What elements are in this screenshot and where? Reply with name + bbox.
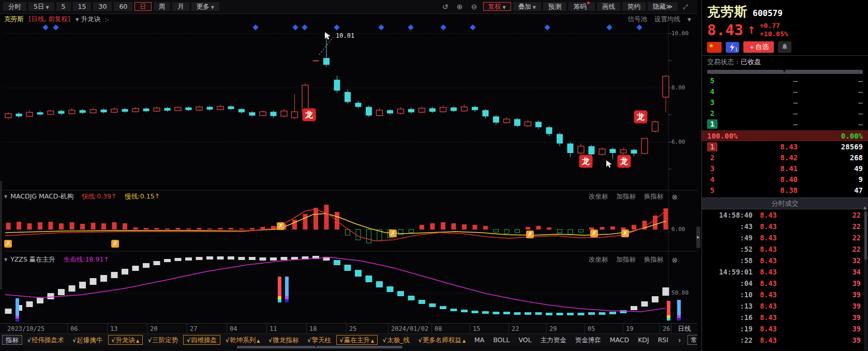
period-label: 日线 xyxy=(671,324,697,334)
flash-order-icon[interactable]: 1 xyxy=(726,42,739,53)
indicator-tab-资金博弈[interactable]: 资金博弈 xyxy=(572,335,605,345)
buy-ratio: 100.00% xyxy=(707,132,738,140)
macd-signal-marker: ✗ xyxy=(389,230,397,237)
time-sales-title: 分时成交 xyxy=(702,197,868,209)
trade-row: :528.4322 xyxy=(702,243,868,255)
peak-price-annotation: 10.01 xyxy=(336,32,354,39)
buy-level-row[interactable]: 48.409 xyxy=(702,174,868,185)
macd-signal-marker: ✗ xyxy=(4,240,12,248)
add-watchlist-button[interactable]: ＋自选 xyxy=(743,41,774,53)
collapse-triangle-icon[interactable]: ▼ xyxy=(4,257,7,262)
dragon-signal-badge: 龙 xyxy=(634,111,647,123)
macd-pane-header: ▼ MACDJG MACD-机构 快线:0.39↑ 慢线:0.15↑ xyxy=(4,192,160,201)
dragon-signal-badge: 龙 xyxy=(303,109,316,121)
date-axis: 2023/10/2506132027041118252024/01/020815… xyxy=(0,323,697,333)
change-coord-button[interactable]: 改坐标 xyxy=(589,192,608,201)
indicator-tab-指标[interactable]: 指标 xyxy=(2,335,22,345)
indicator-tab-常用[interactable]: 常用 xyxy=(687,335,697,345)
orderbook-scrollbar[interactable] xyxy=(707,70,863,74)
date-axis-label: 2023/10/25 xyxy=(7,325,44,332)
macd-axis-label: 0.00 xyxy=(671,226,685,233)
date-axis-label: 06 xyxy=(70,325,78,332)
dragon-signal-badge: 龙 xyxy=(579,155,592,167)
buy-level-row[interactable]: 38.4149 xyxy=(702,163,868,174)
sell-level-row[interactable]: 4—— xyxy=(702,86,868,97)
buy-level-row[interactable]: 28.42268 xyxy=(702,152,868,163)
add-indicator-button[interactable]: 加指标 xyxy=(617,192,636,201)
switch-indicator-button[interactable]: 换指标 xyxy=(644,192,664,201)
close-pane-icon[interactable]: ⊗ xyxy=(672,193,678,201)
quote-panel: 克劳斯 600579 8.43 ↑ +0.77 +10.05% ★ 1 ＋自选 … xyxy=(701,0,868,351)
last-price: 8.43 xyxy=(707,21,743,39)
trade-row: 14:59:018.4334 xyxy=(702,266,868,278)
date-axis-label: 15 xyxy=(473,325,480,332)
date-axis-label: 29 xyxy=(549,325,557,332)
dragon-signal-badge: 龙 xyxy=(618,155,631,167)
horizontal-scrollbar[interactable] xyxy=(237,346,402,348)
date-axis-label: 26 xyxy=(663,325,670,332)
date-axis-label: 18 xyxy=(309,325,317,332)
sell-level-row[interactable]: 5—— xyxy=(702,75,868,86)
indicator-tab-赢在主升[interactable]: √赢在主升▲ xyxy=(336,335,378,345)
trading-terminal: 分时5日▼5153060日周月更多▼ ↺ ⊕ ⊖ 复权▼叠加▼预测筹码画线简约隐… xyxy=(0,0,868,351)
date-axis-label: 22 xyxy=(512,325,519,332)
date-axis-label: 19 xyxy=(626,325,633,332)
indicator-tab-乾坤系列[interactable]: √乾坤系列▲ xyxy=(222,335,263,345)
alert-bell-icon[interactable] xyxy=(778,41,791,53)
indicator-tab-微龙指标[interactable]: √微龙指标 xyxy=(265,335,302,345)
price-up-arrow-icon: ↑ xyxy=(747,24,756,36)
trading-status: 交易状态：已收盘 xyxy=(702,55,868,68)
collapse-triangle-icon[interactable]: ▼ xyxy=(4,194,7,199)
trade-row: :108.4339 xyxy=(702,289,868,300)
trade-row: :498.4322 xyxy=(702,232,868,243)
indicator-tab-KDJ[interactable]: KDJ xyxy=(634,335,653,345)
trade-row: :168.4339 xyxy=(702,312,868,323)
change-coord-button[interactable]: 改坐标 xyxy=(589,255,608,264)
close-pane-icon[interactable]: ⊗ xyxy=(672,256,678,264)
trade-row: :438.4322 xyxy=(702,221,868,232)
price-axis-label: 6.00 xyxy=(671,139,685,145)
price-change-pct: +10.05% xyxy=(760,30,788,38)
panel-collapse-handle[interactable]: ▶ xyxy=(696,226,700,248)
chart-area[interactable]: 10.008.006.000.0050.00 ▼ MACDJG MACD-机构 … xyxy=(0,0,697,351)
add-indicator-button[interactable]: 加指标 xyxy=(617,255,636,264)
yzzs-pane-header: ▼ YZZS 赢在主升 生命线:18.91↑ xyxy=(4,255,109,264)
date-axis-label: 25 xyxy=(349,325,356,332)
indicator-tab-BOLL[interactable]: BOLL xyxy=(489,335,513,345)
sell-level-row[interactable]: 3—— xyxy=(702,97,868,108)
indicator-tab-RSI[interactable]: RSI xyxy=(654,335,672,345)
trades-scrollbar[interactable]: ▲ xyxy=(864,209,867,350)
indicator-tab-四维操盘[interactable]: √四维操盘 xyxy=(183,335,220,345)
indicator-tab-MACD[interactable]: MACD xyxy=(606,335,633,345)
price-axis-label: 8.00 xyxy=(671,84,685,91)
indicator-tab-三阶定势[interactable]: √三阶定势 xyxy=(144,335,182,345)
sell-level-row[interactable]: 1—— xyxy=(702,118,868,129)
price-axis-label: 10.00 xyxy=(671,30,689,37)
macd-signal-marker: ✗ xyxy=(111,240,119,248)
indicator-tab-›[interactable]: › xyxy=(674,335,686,345)
trade-row: :138.4339 xyxy=(702,300,868,312)
cn-flag-icon: ★ xyxy=(707,42,722,53)
indicator-tab-主力资金[interactable]: 主力资金 xyxy=(537,335,570,345)
indicator-tab-经伟操盘术[interactable]: √经伟操盘术 xyxy=(24,335,68,345)
macd-signal-marker: ✗ xyxy=(277,222,285,230)
indicator-tab-更多名师权益[interactable]: √更多名师权益▲ xyxy=(415,335,469,345)
sell-ratio: 0.00% xyxy=(841,132,863,140)
indicator-tab-起爆擒牛[interactable]: √起爆擒牛 xyxy=(69,335,107,345)
stock-name: 克劳斯 xyxy=(707,3,747,20)
indicator-tab-太极_线[interactable]: √太极_线 xyxy=(379,335,413,345)
buy-level-row[interactable]: 58.3847 xyxy=(702,185,868,195)
date-axis-label: 08 xyxy=(435,325,442,332)
yzzs-pane-controls: 改坐标 加指标 换指标 ⊗ xyxy=(589,255,678,264)
date-axis-label: 27 xyxy=(190,325,197,332)
trade-row: :228.4339 xyxy=(702,334,868,346)
indicator-tab-VOL[interactable]: VOL xyxy=(515,335,535,345)
date-axis-label: 04 xyxy=(230,325,237,332)
switch-indicator-button[interactable]: 换指标 xyxy=(644,255,664,264)
indicator-tab-升龙诀[interactable]: √升龙诀▲ xyxy=(108,335,143,345)
buy-level-row[interactable]: 18.4328569 xyxy=(702,141,868,152)
indicator-tab-擎天柱[interactable]: √擎天柱 xyxy=(304,335,335,345)
indicator-tab-MA[interactable]: MA xyxy=(471,335,488,345)
sell-level-row[interactable]: 2—— xyxy=(702,108,868,118)
yzzs-axis-label: 50.00 xyxy=(671,289,689,296)
